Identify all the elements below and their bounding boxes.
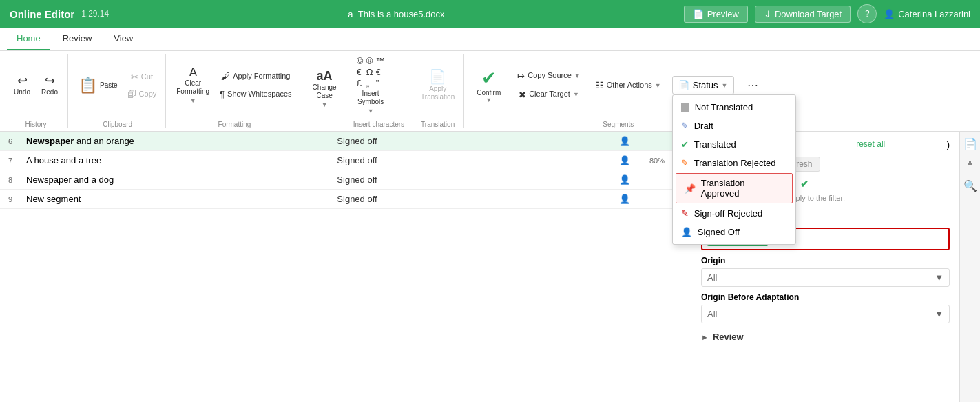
paste-icon: 📋 bbox=[79, 78, 97, 93]
tab-home[interactable]: Home bbox=[7, 28, 50, 50]
seg-status-cell: 👤 bbox=[614, 151, 636, 170]
table-row[interactable]: 8 Newspaper and a dog Signed off 👤 bbox=[0, 170, 691, 190]
seg-number: 8 bbox=[0, 170, 21, 190]
change-case-icon: aA bbox=[317, 70, 333, 82]
clipboard-group-label: Clipboard bbox=[75, 119, 160, 128]
undo-button[interactable]: ↩ Undo bbox=[10, 72, 34, 99]
more-button[interactable]: ⋯ bbox=[741, 76, 766, 94]
translation-group-label: Translation bbox=[417, 119, 458, 128]
seg-source-cell: Newspaper and a dog bbox=[21, 170, 331, 190]
toolbar-group-history: ↩ Undo ↪ Redo History bbox=[4, 54, 68, 128]
redo-button[interactable]: ↪ Redo bbox=[37, 72, 62, 99]
segments-table: 6 Newspaper and an orange Signed off 👤 7… bbox=[0, 132, 691, 209]
user-menu[interactable]: 👤 Caterina Lazzarini bbox=[884, 9, 970, 19]
side-icons: 📄 🖈 🔍 bbox=[959, 132, 980, 402]
confirm-icon: ✔ bbox=[481, 68, 497, 89]
clear-target-button[interactable]: ✖ Clear Target ▼ bbox=[513, 87, 585, 103]
segment-attributes-check-icon: ✔ bbox=[800, 179, 809, 190]
status-translated[interactable]: ✔ Translated bbox=[673, 135, 795, 154]
review-section-header[interactable]: ► Review bbox=[701, 332, 950, 342]
status-icon-signed: 👤 bbox=[619, 136, 630, 146]
more-icon: ⋯ bbox=[747, 79, 760, 92]
table-row[interactable]: 6 Newspaper and an orange Signed off 👤 bbox=[0, 132, 691, 151]
change-case-button[interactable]: aA ChangeCase ▼ bbox=[309, 68, 340, 110]
tab-view[interactable]: View bbox=[104, 28, 143, 50]
status-signed-off[interactable]: 👤 Signed Off bbox=[673, 223, 795, 241]
paste-button[interactable]: 📋 Paste bbox=[75, 76, 121, 95]
origin-select[interactable]: All ▼ bbox=[701, 268, 950, 287]
undo-icon: ↩ bbox=[17, 74, 28, 87]
app-title: Online Editor bbox=[10, 8, 74, 20]
tab-review[interactable]: Review bbox=[53, 28, 102, 50]
status-menu: Not Translated ✎ Draft ✔ Translated ✎ Tr… bbox=[672, 94, 796, 245]
toolbar-group-clipboard: 📋 Paste ✂ Cut 🗐 Copy Clipboard bbox=[70, 54, 166, 128]
other-actions-icon: ☷ bbox=[596, 80, 604, 90]
insert-symbols-button[interactable]: ©®™ €Ω€ £„" InsertSymbols ▼ bbox=[353, 54, 388, 117]
copy-source-button[interactable]: ↦ Copy Source ▼ bbox=[513, 68, 585, 84]
seg-target-cell[interactable]: Signed off bbox=[331, 170, 614, 190]
side-icon-2[interactable]: 🖈 bbox=[965, 159, 976, 171]
translation-rejected-icon: ✎ bbox=[681, 158, 689, 168]
cut-button[interactable]: ✂ Cut bbox=[124, 70, 160, 84]
status-icon-signed: 👤 bbox=[619, 194, 630, 204]
toolbar-group-translation: 📄 ApplyTranslation Translation bbox=[412, 54, 464, 128]
seg-number: 9 bbox=[0, 190, 21, 209]
translated-icon: ✔ bbox=[681, 139, 689, 150]
seg-target-cell[interactable]: Signed off bbox=[331, 151, 614, 170]
toolbar-group-changecase: aA ChangeCase ▼ bbox=[304, 54, 346, 128]
help-button[interactable]: ? bbox=[857, 4, 877, 23]
copy-button[interactable]: 🗐 Copy bbox=[124, 87, 160, 101]
seg-percent-cell: 80% bbox=[636, 151, 670, 170]
table-row[interactable]: 9 New segment Signed off 👤 bbox=[0, 190, 691, 209]
editor-area: 6 Newspaper and an orange Signed off 👤 7… bbox=[0, 132, 691, 402]
seg-percent-cell bbox=[636, 190, 670, 209]
download-target-button[interactable]: ⇓ Download Target bbox=[755, 6, 851, 23]
other-actions-button[interactable]: ☷ Other Actions ▼ bbox=[592, 77, 665, 93]
seg-number: 7 bbox=[0, 151, 21, 170]
status-signoff-rejected[interactable]: ✎ Sign-off Rejected bbox=[673, 204, 795, 223]
seg-target-cell[interactable]: Signed off bbox=[331, 190, 614, 209]
origin-before-select[interactable]: All ▼ bbox=[701, 305, 950, 323]
origin-label: Origin bbox=[701, 256, 950, 265]
copy-source-icon: ↦ bbox=[517, 71, 525, 81]
translation-approved-icon: 📌 bbox=[685, 183, 696, 194]
table-row[interactable]: 7 A house and a tree Signed off 👤 80% bbox=[0, 151, 691, 170]
seg-status-cell: 👤 bbox=[614, 132, 636, 151]
apply-translation-button[interactable]: 📄 ApplyTranslation bbox=[417, 68, 458, 103]
top-bar-actions: 📄 Preview ⇓ Download Target ? 👤 Caterina… bbox=[684, 4, 970, 23]
status-dropdown-button[interactable]: 📄 Status ▼ bbox=[672, 76, 734, 94]
preview-icon: 📄 bbox=[693, 9, 704, 19]
status-draft[interactable]: ✎ Draft bbox=[673, 117, 795, 135]
history-group-label: History bbox=[10, 119, 62, 128]
formatting-group-label: Formatting bbox=[173, 119, 295, 128]
side-icon-1[interactable]: 📄 bbox=[963, 137, 977, 150]
status-icon-signed: 👤 bbox=[619, 174, 630, 185]
toolbar-group-segments: ✔ Confirm ▼ ↦ Copy Source ▼ ✖ Clear Targ… bbox=[466, 54, 771, 128]
confirm-button[interactable]: ✔ Confirm ▼ bbox=[471, 65, 506, 106]
reset-all-button[interactable]: reset all bbox=[856, 139, 885, 149]
status-translation-rejected[interactable]: ✎ Translation Rejected bbox=[673, 154, 795, 172]
status-icon: 📄 bbox=[678, 80, 689, 90]
status-not-translated[interactable]: Not Translated bbox=[673, 98, 795, 117]
seg-target-cell[interactable]: Signed off bbox=[331, 132, 614, 151]
show-whitespaces-button[interactable]: ¶ Show Whitespaces bbox=[216, 86, 296, 102]
seg-status-cell: 👤 bbox=[614, 190, 636, 209]
translation-icon: 📄 bbox=[429, 70, 446, 83]
filename: a_This is a house5.docx bbox=[116, 9, 676, 19]
seg-source-cell: Newspaper and an orange bbox=[21, 132, 331, 151]
signed-off-icon: 👤 bbox=[681, 227, 692, 237]
insert-group-label: Insert characters bbox=[353, 119, 404, 128]
show-whitespaces-icon: ¶ bbox=[220, 89, 225, 99]
seg-percent-cell bbox=[636, 132, 670, 151]
apply-formatting-icon: 🖌 bbox=[221, 71, 230, 81]
side-icon-3[interactable]: 🔍 bbox=[963, 179, 977, 192]
preview-button[interactable]: 📄 Preview bbox=[684, 6, 748, 23]
status-translation-approved[interactable]: 📌 Translation Approved bbox=[676, 173, 793, 203]
draft-icon: ✎ bbox=[681, 121, 689, 131]
cut-icon: ✂ bbox=[131, 72, 138, 82]
clear-formatting-button[interactable]: A̅ ClearFormatting ▼ bbox=[173, 65, 213, 106]
seg-status-cell: 👤 bbox=[614, 170, 636, 190]
toolbar: ↩ Undo ↪ Redo History 📋 Paste ✂ Cut 🗐 Co… bbox=[0, 51, 980, 132]
apply-formatting-button[interactable]: 🖌 Apply Formatting bbox=[216, 68, 296, 84]
seg-source-cell: A house and a tree bbox=[21, 151, 331, 170]
